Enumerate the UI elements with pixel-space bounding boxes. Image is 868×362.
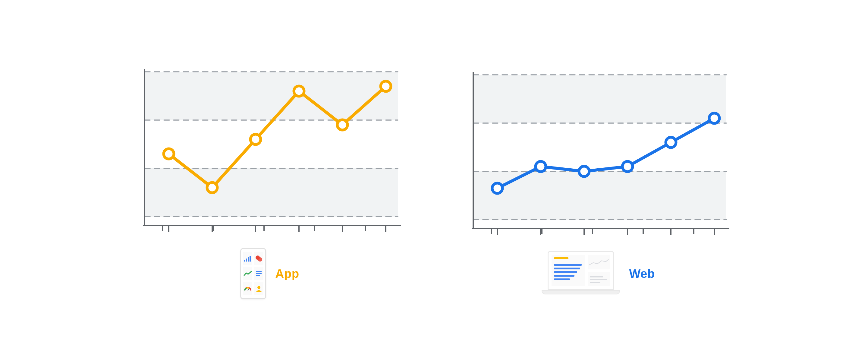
svg-point-19 bbox=[381, 81, 391, 91]
svg-rect-34 bbox=[256, 273, 261, 274]
svg-rect-38 bbox=[473, 171, 726, 220]
svg-point-18 bbox=[337, 120, 347, 130]
svg-point-17 bbox=[294, 86, 304, 96]
svg-rect-28 bbox=[248, 257, 249, 261]
svg-point-54 bbox=[579, 166, 589, 176]
svg-point-31 bbox=[258, 257, 262, 261]
svg-rect-1 bbox=[145, 72, 398, 120]
svg-point-52 bbox=[492, 183, 502, 193]
chart-app: App bbox=[133, 63, 407, 299]
chart-svg-web bbox=[461, 66, 735, 238]
svg-point-15 bbox=[207, 183, 217, 193]
chart-web: Web bbox=[461, 66, 735, 296]
svg-rect-39 bbox=[473, 75, 726, 123]
svg-line-36 bbox=[248, 289, 249, 290]
svg-point-55 bbox=[622, 161, 632, 172]
legend-web: Web bbox=[541, 251, 655, 296]
svg-rect-27 bbox=[246, 258, 247, 261]
phone-icon bbox=[240, 248, 266, 299]
legend-app: App bbox=[240, 248, 299, 299]
svg-point-57 bbox=[709, 113, 719, 123]
chart-web-plot bbox=[461, 66, 735, 239]
svg-rect-29 bbox=[250, 256, 251, 261]
svg-point-56 bbox=[666, 137, 676, 147]
chart-app-plot bbox=[133, 63, 407, 236]
svg-rect-33 bbox=[256, 271, 261, 272]
laptop-icon bbox=[541, 251, 620, 296]
svg-rect-26 bbox=[244, 260, 245, 261]
svg-rect-0 bbox=[145, 168, 398, 217]
legend-label-web: Web bbox=[629, 267, 655, 281]
legend-label-app: App bbox=[275, 267, 299, 281]
svg-point-16 bbox=[250, 134, 261, 144]
svg-rect-35 bbox=[256, 275, 260, 276]
svg-point-37 bbox=[257, 286, 260, 289]
svg-point-14 bbox=[164, 149, 174, 159]
chart-svg-app bbox=[133, 63, 407, 235]
svg-point-53 bbox=[535, 161, 546, 172]
